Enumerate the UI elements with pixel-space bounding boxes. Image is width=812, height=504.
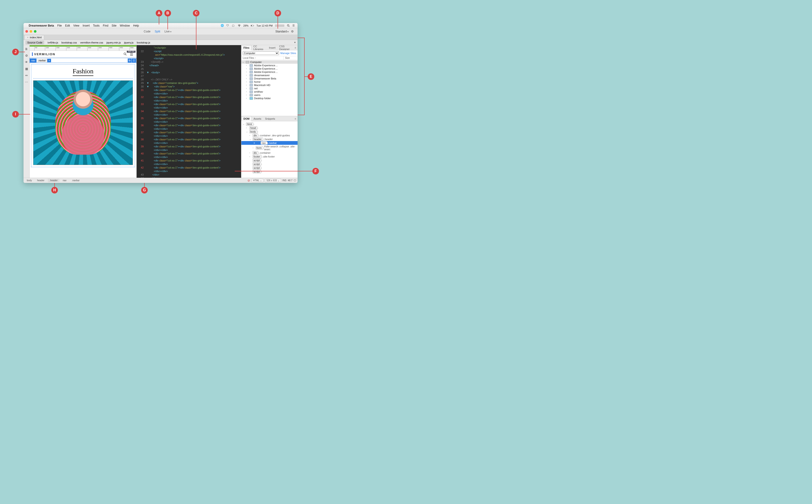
line-number[interactable]: 33	[137, 102, 144, 106]
line-number[interactable]	[137, 169, 144, 173]
code-line[interactable]: <div class="col-xs-1"><div class='dev-gr…	[146, 131, 240, 134]
line-number[interactable]: 31	[137, 88, 144, 92]
line-number[interactable]: 32	[137, 95, 144, 99]
menu-site[interactable]: Site	[112, 24, 117, 27]
tree-row[interactable]: ›Macintosh HD	[241, 83, 297, 87]
tree-row[interactable]: ⌄Computer	[241, 60, 297, 64]
layout-icon[interactable]: ▦	[25, 67, 28, 71]
line-number[interactable]: 39	[137, 145, 144, 148]
code-editor[interactable]: "></script> <script src="https://oss.max…	[145, 45, 241, 178]
line-number[interactable]: 25	[137, 67, 144, 71]
line-number[interactable]	[137, 127, 144, 131]
tree-row[interactable]: ›Adobe Experience…	[241, 70, 297, 74]
dom-row[interactable]: ⌄body	[241, 130, 297, 134]
code-line[interactable]: </div></div>	[146, 155, 240, 159]
tab-snippets[interactable]: Snippets	[263, 116, 277, 121]
view-live[interactable]: Live	[164, 30, 171, 33]
tree-row[interactable]: ›net	[241, 87, 297, 90]
related-file[interactable]: bootstrap.css	[61, 41, 77, 44]
source-code-tab[interactable]: Source Code	[25, 41, 44, 44]
line-number[interactable]	[137, 148, 144, 152]
line-number[interactable]: 24	[137, 64, 144, 67]
tab-dom[interactable]: DOM	[241, 116, 252, 121]
chevron-icon[interactable]: ›	[246, 87, 248, 90]
code-line[interactable]: <![endif]-->	[146, 60, 240, 64]
code-line[interactable]: </div></div>	[146, 127, 240, 131]
tab-assets[interactable]: Assets	[252, 116, 263, 121]
line-number[interactable]: 22	[137, 50, 144, 53]
element-class[interactable]: .navbar	[36, 59, 47, 63]
battery-icon[interactable]	[251, 24, 254, 27]
dom-tree[interactable]: ⌄html›head⌄body›div .container .dev-grid…	[241, 121, 297, 178]
airplay-icon[interactable]: ▢	[232, 24, 235, 27]
tree-row[interactable]: ›Dreamweaver Beta	[241, 77, 297, 80]
code-line[interactable]: </div></div>	[146, 148, 240, 152]
shield-icon[interactable]: 🛡	[226, 24, 229, 27]
code-line[interactable]: </div></div>	[146, 169, 240, 173]
chevron-icon[interactable]: ⌄	[243, 123, 245, 125]
related-file[interactable]: bootstrap.js	[137, 41, 150, 44]
code-line[interactable]: <div class="col-xs-1"><div class='dev-gr…	[146, 152, 240, 155]
user-name-blur[interactable]	[275, 24, 284, 27]
chevron-icon[interactable]: ⌄	[246, 130, 248, 133]
code-line[interactable]: </script>	[146, 57, 240, 60]
chevron-icon[interactable]: ›	[246, 84, 248, 86]
related-file[interactable]: jquery.js	[124, 41, 133, 44]
line-number[interactable]	[137, 113, 144, 117]
search-icon[interactable]	[287, 24, 290, 27]
element-display[interactable]: nav .navbar + ⧉ ☰	[30, 58, 136, 63]
line-number[interactable]: 42	[137, 166, 144, 169]
code-line[interactable]: </div></div>	[146, 162, 240, 166]
list-icon[interactable]: ☰	[292, 24, 296, 27]
wifi-icon[interactable]	[237, 24, 241, 27]
line-number[interactable]	[137, 53, 144, 57]
code-line[interactable]: </div></div>	[146, 141, 240, 145]
line-number[interactable]: 40	[137, 152, 144, 155]
line-number[interactable]	[137, 120, 144, 124]
tree-row[interactable]: ›Adobe Experience…	[241, 67, 297, 70]
hamburger-icon[interactable]: ☰	[130, 52, 134, 56]
document-tab[interactable]: × index.html	[24, 35, 44, 39]
chevron-icon[interactable]: ›	[246, 71, 248, 73]
globe-icon[interactable]: 🌐	[221, 24, 224, 27]
chevron-icon[interactable]: ›	[246, 64, 248, 67]
code-line[interactable]: </div></div>	[146, 92, 240, 95]
line-number[interactable]	[137, 162, 144, 166]
chevron-icon[interactable]: ›	[249, 155, 252, 158]
tree-row[interactable]: ›Adobe Experience…	[241, 64, 297, 67]
window-close-button[interactable]	[25, 30, 28, 33]
file-tree[interactable]: ⌄Computer›Adobe Experience…›Adobe Experi…	[241, 60, 297, 116]
code-line[interactable]: </div></div>	[146, 120, 240, 124]
line-number[interactable]: 41	[137, 159, 144, 162]
chevron-icon[interactable]: ›	[246, 91, 248, 93]
code-line[interactable]: <div class="col-xs-1"><div class='dev-gr…	[146, 95, 240, 99]
window-minimize-button[interactable]	[30, 30, 32, 33]
code-line[interactable]: </head>	[146, 64, 240, 67]
tree-row[interactable]: ›users	[241, 93, 297, 97]
code-line[interactable]	[146, 74, 240, 78]
line-number[interactable]: 34	[137, 110, 144, 113]
line-gutter[interactable]: 2223242526272829303132333435363738394041…	[137, 45, 145, 178]
breadcrumb[interactable]: .header	[48, 179, 59, 182]
chevron-icon[interactable]: ›	[246, 94, 248, 96]
dom-row[interactable]: ⌄html	[241, 122, 297, 126]
dom-row[interactable]: script	[241, 166, 297, 170]
related-file[interactable]: jquery.min.js	[106, 41, 121, 44]
menu-view[interactable]: View	[73, 24, 79, 27]
code-line[interactable]: </div></div>	[146, 113, 240, 117]
chevron-icon[interactable]: ›	[257, 142, 260, 144]
related-file[interactable]: ivr6hkv.js	[47, 41, 58, 44]
breadcrumb[interactable]: body	[25, 179, 34, 182]
site-logo[interactable]: VERMILION	[32, 52, 55, 56]
ruler[interactable]: 50100150200250300350400450500	[30, 47, 136, 51]
line-number[interactable]	[137, 155, 144, 159]
line-number[interactable]	[137, 141, 144, 145]
chevron-icon[interactable]: ›	[246, 97, 248, 99]
code-line[interactable]: <div class="col-xs-1"><div class='dev-gr…	[146, 166, 240, 169]
dom-row[interactable]: ›div .container .dev-grid-guides	[241, 134, 297, 137]
code-line[interactable]: ▼ <body>	[146, 71, 240, 74]
chevron-icon[interactable]: ›	[249, 152, 252, 154]
preview-icon[interactable]: 🖵	[294, 179, 296, 182]
chevron-icon[interactable]: ›	[253, 147, 255, 149]
tree-row[interactable]: ›home	[241, 80, 297, 83]
